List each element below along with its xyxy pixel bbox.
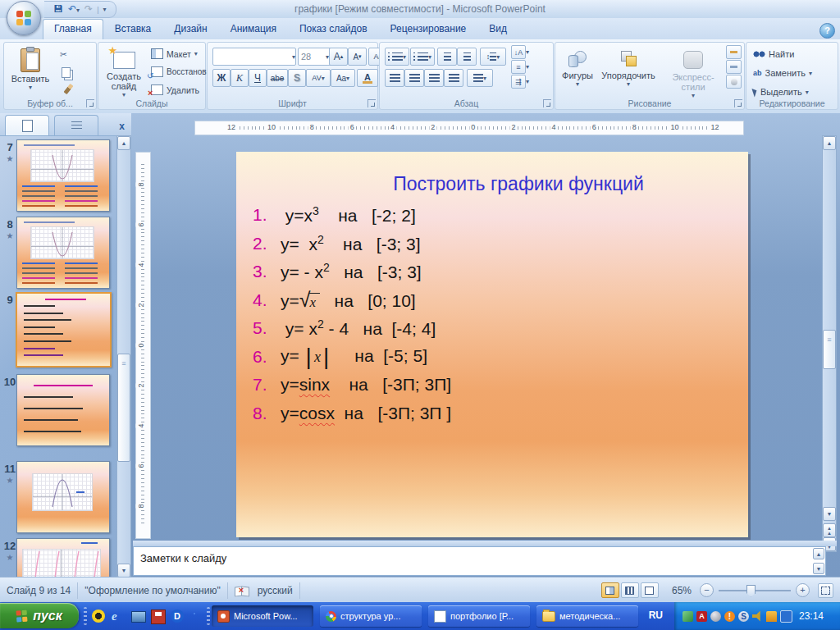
select-button[interactable]: Выделить▾ bbox=[753, 87, 809, 97]
redo-icon[interactable]: ↷ bbox=[84, 2, 93, 16]
font-size-select[interactable]: 28▾ bbox=[298, 48, 332, 66]
office-button[interactable] bbox=[7, 1, 41, 35]
notes-splitter[interactable] bbox=[133, 541, 837, 546]
language-status[interactable]: русский bbox=[258, 585, 293, 596]
zoom-slider-handle[interactable] bbox=[746, 585, 756, 597]
ribbon-tab-5[interactable]: Рецензирование bbox=[379, 19, 478, 39]
panel-scroll-up-button[interactable]: ▲ bbox=[117, 136, 130, 150]
media-player-icon[interactable] bbox=[151, 609, 166, 624]
volume-tray-icon[interactable] bbox=[752, 611, 763, 622]
slide-canvas[interactable]: Построить графики функций 1. y=x3 на [-2… bbox=[236, 152, 748, 537]
align-right-button[interactable] bbox=[424, 69, 444, 87]
daemon-tools-icon[interactable] bbox=[92, 609, 105, 623]
character-spacing-button[interactable]: AV▾ bbox=[306, 69, 331, 87]
decrease-indent-button[interactable] bbox=[437, 48, 457, 66]
security-tray-icon[interactable] bbox=[766, 611, 777, 622]
zoom-out-button[interactable]: − bbox=[700, 583, 714, 597]
layout-button[interactable]: Макет▾ bbox=[151, 48, 198, 59]
slide-thumbnail-9[interactable] bbox=[16, 292, 112, 368]
ribbon-tab-6[interactable]: Вид bbox=[477, 19, 518, 39]
new-slide-button[interactable]: Создать слайд ▾ bbox=[100, 44, 148, 103]
slide-title[interactable]: Построить графики функций bbox=[236, 173, 748, 195]
help-button[interactable]: ? bbox=[819, 23, 835, 39]
columns-button[interactable]: ▾ bbox=[467, 69, 493, 87]
spellcheck-icon[interactable]: × bbox=[235, 585, 249, 596]
quick-styles-button[interactable]: Экспресс-стили ▾ bbox=[660, 44, 726, 101]
shape-effects-button[interactable] bbox=[726, 75, 742, 89]
slide-thumbnail-7[interactable] bbox=[16, 139, 110, 212]
slide-sorter-view-button[interactable] bbox=[621, 582, 639, 598]
shape-fill-button[interactable] bbox=[726, 45, 742, 59]
text-shadow-button[interactable]: S bbox=[288, 69, 306, 87]
ribbon-tab-2[interactable]: Дизайн bbox=[162, 19, 218, 39]
previous-slide-button[interactable]: ▲▲ bbox=[823, 523, 836, 537]
taskbar-window-0[interactable]: Microsoft Pow... bbox=[212, 605, 313, 627]
underline-button[interactable]: Ч bbox=[249, 69, 267, 87]
justify-button[interactable] bbox=[444, 69, 463, 87]
ribbon-tab-4[interactable]: Показ слайдов bbox=[288, 19, 379, 39]
slide-thumbnail-11[interactable] bbox=[16, 461, 110, 533]
keyboard-language-indicator[interactable]: RU bbox=[649, 609, 663, 621]
panel-scrollbar[interactable]: ▲ ▼ bbox=[116, 135, 131, 578]
save-icon[interactable]: 💾︎ bbox=[53, 2, 63, 16]
start-button[interactable]: пуск bbox=[0, 603, 79, 628]
drawing-dialog-launcher[interactable] bbox=[734, 99, 742, 107]
slides-tab[interactable] bbox=[5, 115, 49, 135]
align-text-button[interactable]: ≡ bbox=[511, 60, 526, 74]
delete-slide-button[interactable]: Удалить bbox=[151, 84, 199, 95]
alert-tray-icon[interactable]: ! bbox=[724, 611, 735, 622]
cut-button[interactable]: ✂ bbox=[60, 49, 67, 59]
numbering-button[interactable]: ▾ bbox=[410, 48, 435, 66]
download-master-icon[interactable]: D bbox=[171, 609, 184, 623]
ribbon-tab-0[interactable]: Главная bbox=[43, 19, 103, 39]
shape-outline-button[interactable] bbox=[726, 60, 742, 74]
outline-tab[interactable] bbox=[54, 115, 98, 135]
line-spacing-button[interactable]: ↕▾ bbox=[480, 48, 506, 66]
align-center-button[interactable] bbox=[404, 69, 424, 87]
notes-pane[interactable]: Заметки к слайду ▲ ▼ bbox=[133, 546, 826, 576]
panel-scroll-down-button[interactable]: ▼ bbox=[117, 564, 130, 578]
slide-body-text[interactable]: 1. y=x3 на [-2; 2]2.y= x2 на [-3; 3]3.y=… bbox=[253, 201, 451, 427]
text-direction-button[interactable]: ↓A bbox=[511, 45, 526, 59]
zoom-in-button[interactable]: + bbox=[796, 583, 810, 597]
grow-font-button[interactable]: A▴ bbox=[329, 48, 348, 66]
main-scrollbar-thumb[interactable] bbox=[823, 330, 836, 369]
taskbar-window-2[interactable]: портфолио [Р... bbox=[428, 605, 530, 627]
format-painter-button[interactable] bbox=[62, 82, 75, 96]
bullets-button[interactable]: ▾ bbox=[385, 48, 409, 66]
scheduler-tray-icon[interactable]: S bbox=[738, 611, 749, 622]
antivirus-tray-icon[interactable] bbox=[682, 611, 693, 622]
close-panel-button[interactable]: x bbox=[119, 121, 125, 132]
align-left-button[interactable] bbox=[385, 69, 404, 87]
adobe-tray-icon[interactable]: A bbox=[696, 611, 707, 622]
bold-button[interactable]: Ж bbox=[212, 69, 231, 87]
device-tray-icon[interactable] bbox=[710, 611, 721, 622]
strikethrough-button[interactable]: abe bbox=[267, 69, 288, 87]
scroll-down-button[interactable]: ▼ bbox=[823, 507, 836, 521]
zoom-level[interactable]: 65% bbox=[672, 585, 692, 596]
smartart-convert-button[interactable]: ⇶ bbox=[511, 75, 526, 89]
scroll-up-button[interactable]: ▲ bbox=[823, 136, 836, 150]
ribbon-tab-3[interactable]: Анимация bbox=[219, 19, 288, 39]
normal-view-button[interactable] bbox=[601, 582, 619, 598]
increase-indent-button[interactable] bbox=[457, 48, 477, 66]
slide-thumbnail-12[interactable] bbox=[16, 538, 110, 577]
show-desktop-icon[interactable] bbox=[131, 611, 146, 623]
display-tray-icon[interactable] bbox=[780, 610, 792, 623]
panel-scrollbar-thumb[interactable] bbox=[117, 354, 130, 462]
arrange-button[interactable]: Упорядочить ▾ bbox=[598, 44, 659, 101]
paste-button[interactable]: Вставить ▾ bbox=[9, 44, 52, 99]
fit-to-window-button[interactable] bbox=[818, 583, 833, 598]
ribbon-tab-1[interactable]: Вставка bbox=[103, 19, 163, 39]
main-scrollbar[interactable]: ▲ ▼ ▲▲ ▼▼ bbox=[822, 135, 837, 552]
notes-scroll-down-button[interactable]: ▼ bbox=[813, 563, 824, 574]
zoom-slider[interactable] bbox=[719, 590, 791, 591]
shapes-button[interactable]: Фигуры ▾ bbox=[559, 44, 596, 101]
change-case-button[interactable]: Aa▾ bbox=[331, 69, 355, 87]
italic-button[interactable]: К bbox=[231, 69, 249, 87]
notes-scroll-up-button[interactable]: ▲ bbox=[813, 548, 824, 559]
taskbar-window-1[interactable]: структура ур... bbox=[320, 605, 422, 627]
clipboard-dialog-launcher[interactable] bbox=[86, 99, 94, 107]
slide-thumbnail-8[interactable] bbox=[16, 217, 110, 289]
taskbar-window-3[interactable]: методическа... bbox=[536, 605, 638, 627]
